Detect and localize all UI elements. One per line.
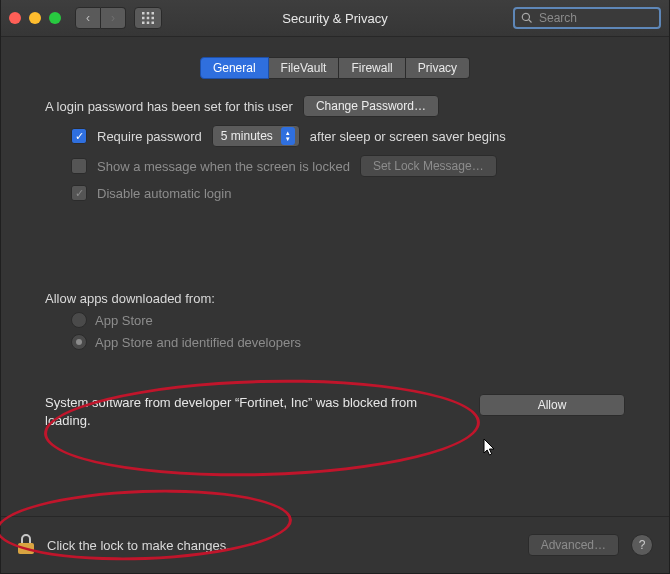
allow-downloads-option-identified[interactable]: App Store and identified developers [45,334,625,350]
close-window-button[interactable] [9,12,21,24]
advanced-button[interactable]: Advanced… [528,534,619,556]
require-password-label: Require password [97,129,202,144]
show-message-label: Show a message when the screen is locked [97,159,350,174]
chevron-right-icon: › [111,11,115,25]
allow-button[interactable]: Allow [479,394,625,416]
grid-icon [142,12,154,24]
after-sleep-label: after sleep or screen saver begins [310,129,506,144]
titlebar: ‹ › Security & Privacy [1,0,669,37]
tab-firewall[interactable]: Firewall [339,57,405,79]
login-password-row: A login password has been set for this u… [45,95,625,117]
blocked-software-message: System software from developer “Fortinet… [45,394,439,429]
back-button[interactable]: ‹ [75,7,101,29]
tab-bar: General FileVault Firewall Privacy [1,57,669,79]
require-password-checkbox[interactable] [71,128,87,144]
svg-rect-1 [147,12,150,15]
svg-rect-0 [142,12,145,15]
disable-auto-login-row: Disable automatic login [45,185,625,201]
require-password-row: Require password 5 minutes after sleep o… [45,125,625,147]
footer: Click the lock to make changes. Advanced… [1,516,669,573]
radio-button [71,334,87,350]
stepper-icon [281,127,295,145]
show-message-row: Show a message when the screen is locked… [45,155,625,177]
lock-button[interactable] [17,533,35,558]
minimize-window-button[interactable] [29,12,41,24]
disable-auto-login-checkbox[interactable] [71,185,87,201]
tab-privacy[interactable]: Privacy [406,57,470,79]
tab-label: Firewall [351,61,392,75]
tab-label: FileVault [281,61,327,75]
svg-rect-5 [152,17,155,20]
set-lock-message-button[interactable]: Set Lock Message… [360,155,497,177]
svg-rect-3 [142,17,145,20]
require-password-delay-value: 5 minutes [221,129,273,143]
general-pane: A login password has been set for this u… [1,79,669,429]
show-message-checkbox[interactable] [71,158,87,174]
blocked-software-row: System software from developer “Fortinet… [45,394,625,429]
change-password-button[interactable]: Change Password… [303,95,439,117]
lock-text: Click the lock to make changes. [47,538,230,553]
question-icon: ? [639,538,646,552]
tab-filevault[interactable]: FileVault [269,57,340,79]
svg-rect-2 [152,12,155,15]
disable-auto-login-label: Disable automatic login [97,186,231,201]
zoom-window-button[interactable] [49,12,61,24]
window-controls [9,12,61,24]
radio-label: App Store [95,313,153,328]
require-password-delay-select[interactable]: 5 minutes [212,125,300,147]
search-input[interactable] [537,10,670,26]
show-all-button[interactable] [134,7,162,29]
search-field-wrap[interactable] [513,7,661,29]
chevron-left-icon: ‹ [86,11,90,25]
login-password-status: A login password has been set for this u… [45,99,293,114]
nav-buttons: ‹ › [75,7,126,29]
tab-label: General [213,61,256,75]
allow-downloads-option-appstore[interactable]: App Store [45,312,625,328]
radio-button [71,312,87,328]
help-button[interactable]: ? [631,534,653,556]
search-icon [521,12,533,24]
radio-label: App Store and identified developers [95,335,301,350]
tab-general[interactable]: General [200,57,269,79]
svg-rect-4 [147,17,150,20]
forward-button[interactable]: › [101,7,126,29]
lock-icon [17,533,35,555]
tab-label: Privacy [418,61,457,75]
security-privacy-window: ‹ › Security & Privacy General FileVault… [0,0,670,574]
allow-downloads-heading: Allow apps downloaded from: [45,291,625,306]
svg-rect-8 [152,22,155,25]
svg-rect-6 [142,22,145,25]
svg-rect-7 [147,22,150,25]
